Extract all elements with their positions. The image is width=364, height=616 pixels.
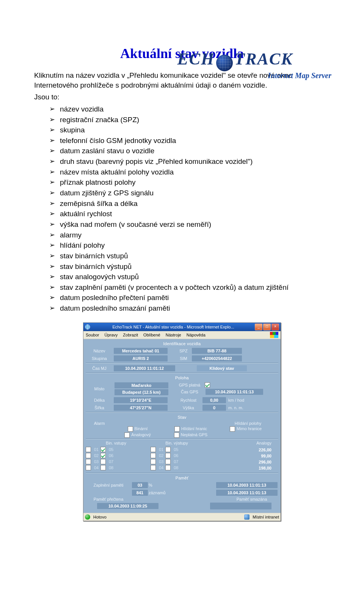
app-screenshot: EchoTrack NET - Aktuální stav vozidla - … [0, 322, 364, 521]
chk-io[interactable] [86, 465, 91, 470]
analog-value: 99,00 [216, 454, 278, 458]
val-misto2: Budapest (12.5 km) [115, 389, 168, 395]
maximize-button[interactable]: □ [263, 324, 271, 330]
chk-io[interactable] [165, 447, 171, 452]
sec-head-poloha: Poloha [86, 375, 278, 381]
sec-head-ident: Identifikace vozidla [86, 341, 278, 347]
chk-io[interactable] [100, 459, 106, 464]
chk-io[interactable] [86, 459, 91, 464]
chk-io[interactable] [86, 447, 91, 452]
bullet-item: stav zaplnění paměti (v procentech a v p… [49, 283, 330, 292]
section-ident: Identifikace vozidla Název Mercedes taha… [86, 341, 278, 362]
bullet-item: druh stavu (barevný popis viz „Přehled k… [49, 157, 330, 167]
sec-head-pamet: Paměť [86, 475, 278, 481]
unit-rychl: km / hod [228, 398, 244, 402]
chk-hlidani-hranic[interactable] [174, 426, 180, 432]
menu-item[interactable]: Nápověda [187, 333, 206, 337]
lbl-nazev: Název [86, 349, 113, 353]
menu-bar: SouborÚpravyZobrazitOblíbenéNástrojeNápo… [83, 331, 281, 339]
chk-io[interactable] [100, 447, 106, 452]
window-titlebar[interactable]: EchoTrack NET - Aktuální stav vozidla - … [83, 323, 281, 331]
logo-text-right: TRACK [234, 50, 293, 68]
chk-neplatna-gps[interactable] [174, 432, 179, 438]
dt-zaz: 10.04.2003 11:01:13 [216, 490, 278, 496]
bullet-item: stav binárních výstupů [49, 262, 330, 272]
bullet-item: datum posledního smazání paměti [49, 303, 330, 313]
lbl-vyska: Výška [175, 405, 202, 410]
analog-col: 226,0099,00296,00198,00 [216, 446, 278, 472]
bullet-item: aktuální rychlost [49, 209, 330, 219]
lbl-bin-in: Bin. vstupy [86, 441, 146, 445]
chk-io[interactable] [151, 465, 156, 470]
val-smaz [210, 503, 271, 509]
minimize-button[interactable]: _ [255, 324, 262, 330]
lbl-analog: Analogy [207, 441, 278, 445]
lbl-bin-out: Bin. výstupy [146, 441, 207, 445]
val-zaz: 841 [132, 490, 148, 496]
window-title: EchoTrack NET - Aktuální stav vozidla - … [92, 325, 255, 329]
windows-flag-icon [270, 332, 278, 338]
val-delka: 19°10'24"E [114, 397, 168, 403]
bullet-item: výška nad mořem (v současné verzi se nem… [49, 220, 330, 229]
section-io: Bin. vstupy Bin. výstupy Analogy 01 0502… [86, 441, 278, 472]
bullet-item: zeměpisná šířka a délka [49, 199, 330, 209]
bullet-item: stav binárních vstupů [49, 251, 330, 261]
ie-window: EchoTrack NET - Aktuální stav vozidla - … [83, 322, 281, 521]
menu-item[interactable]: Soubor [86, 333, 99, 337]
val-vyska: 0 [202, 405, 226, 411]
lbl-alarm: Alarm [86, 421, 113, 426]
menu-item[interactable]: Oblíbené [143, 333, 160, 337]
analog-value: 198,00 [216, 466, 278, 470]
analog-value: 226,00 [216, 448, 278, 452]
section-stav: Stav Alarm Hlídání polohy Binární Hlídán… [86, 414, 278, 438]
logo-subtitle: Internet Map Server [136, 71, 334, 80]
lbl-spz: SPZ [176, 349, 191, 353]
bullet-item: datum posledního přečtení paměti [49, 293, 330, 303]
lbl-hlidani: Hlídání polohy [218, 421, 278, 426]
chk-io[interactable] [165, 459, 171, 464]
chk-io[interactable] [151, 459, 156, 464]
chk-binarni[interactable] [128, 426, 133, 432]
lbl-zaz: záznamů [149, 490, 166, 495]
status-left: Hotovo [93, 515, 107, 519]
val-nazev: Mercedes tahač 01 [114, 348, 168, 354]
val-prect: 10.04.2003 11:09:25 [97, 503, 158, 509]
chk-io[interactable] [165, 465, 171, 470]
app-body: Identifikace vozidla Název Mercedes taha… [83, 339, 281, 513]
val-skupina: AURIS 2 [114, 355, 168, 361]
bullet-list: název vozidlaregistrační značka (SPZ)sku… [34, 104, 330, 313]
status-right: Místní intranet [253, 515, 279, 519]
chk-io[interactable] [151, 453, 156, 458]
chk-io[interactable] [151, 447, 156, 452]
chk-io[interactable] [100, 453, 106, 458]
logo: ECHTRACK Internet Map Server [136, 49, 334, 80]
chk-io[interactable] [86, 453, 91, 458]
lbl-smaz: Paměť smazána [225, 497, 278, 501]
done-icon [85, 514, 90, 520]
menu-item[interactable]: Zobrazit [123, 333, 138, 337]
intro-p2: Jsou to: [34, 92, 330, 102]
val-misto1: Maďarsko [115, 382, 168, 388]
chk-io[interactable] [100, 465, 106, 470]
bullet-item: telefonní číslo GSM jednotky vozidla [49, 136, 330, 146]
logo-text-left: ECH [177, 50, 215, 68]
section-pamet: Paměť Zaplnění paměti 03 % 10.04.2003 11… [86, 475, 278, 510]
lbl-casmj: Čas MJ [86, 366, 113, 371]
val-spz: BIB 77-88 [192, 348, 242, 354]
chk-gps-platna[interactable] [205, 382, 210, 388]
chk-mimo-hranice[interactable] [230, 426, 235, 432]
close-button[interactable]: × [271, 324, 279, 330]
menu-item[interactable]: Nástroje [166, 333, 181, 337]
dt-zapl: 10.04.2003 11:01:13 [216, 482, 278, 488]
menu-item[interactable]: Úpravy [104, 333, 118, 337]
bullet-item: datum zjištěný z GPS signálu [49, 188, 330, 198]
pct-zapl: % [149, 483, 152, 487]
bullet-item: název místa aktuální polohy vozidla [49, 167, 330, 177]
val-rychl: 0,00 [202, 397, 226, 403]
status-bar: Hotovo Místní intranet [83, 513, 281, 521]
sec-head-stav: Stav [86, 414, 278, 420]
chk-analogovy[interactable] [124, 432, 130, 438]
unit-vyska: m. n. m. [228, 405, 243, 410]
bullet-item: skupina [49, 125, 330, 135]
chk-io[interactable] [165, 453, 171, 458]
